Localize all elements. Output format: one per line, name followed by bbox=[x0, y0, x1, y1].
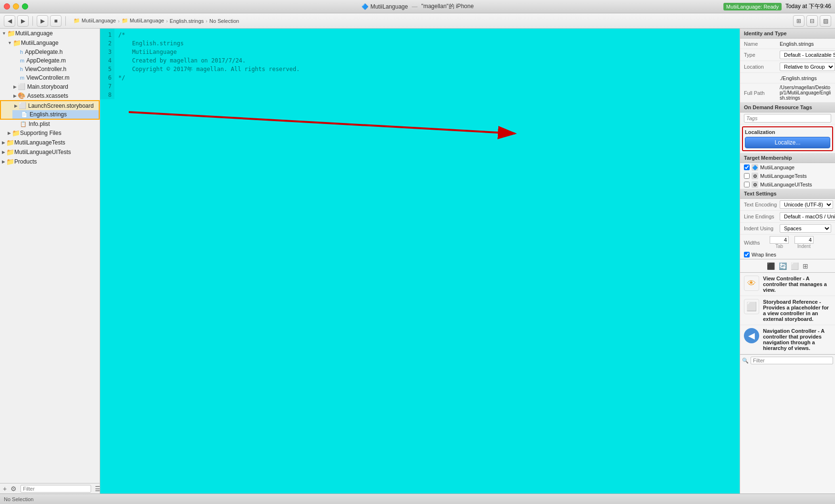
fullpath-row: Full Path /Users/magellan/Desktop/1/Muti… bbox=[740, 83, 835, 103]
toolbar-divider bbox=[32, 16, 33, 26]
maximize-button[interactable] bbox=[22, 3, 28, 10]
statusbar: No Selection bbox=[0, 494, 835, 504]
app-name-label: MutiiLanguage bbox=[371, 3, 408, 10]
run-button[interactable]: ▶ bbox=[37, 15, 48, 27]
vc-title: View Controller - A controller that mana… bbox=[763, 276, 831, 293]
indent-label-2: Indent bbox=[797, 244, 811, 249]
lib-next-btn[interactable]: ⬜ bbox=[791, 262, 799, 270]
back-button[interactable]: ◀ bbox=[4, 15, 15, 27]
sidebar-item-appdelegate-h[interactable]: h AppDelegate.h bbox=[11, 48, 100, 56]
show-list-button[interactable]: ☰ bbox=[95, 485, 100, 493]
editor-area[interactable]: 1 2 3 4 5 6 7 8 /* English.strings Mutii… bbox=[100, 29, 740, 494]
line-endings-select[interactable]: Default - macOS / Unix (LF) bbox=[780, 212, 835, 221]
library-item-nav-controller: ◀ Navigation Controller - A controller t… bbox=[740, 325, 835, 354]
target-checkbox-1[interactable] bbox=[744, 165, 750, 170]
sidebar-item-main-storyboard[interactable]: ▶ ⬜ Main.storyboard bbox=[11, 82, 100, 91]
indent-label: Indent Using bbox=[744, 226, 780, 231]
sidebar-item-supporting[interactable]: ▶ 📁 Supporting Files bbox=[6, 128, 100, 138]
library-item-viewcontroller: 👁 View Controller - A controller that ma… bbox=[740, 273, 835, 296]
indent-row: Indent Using Spaces bbox=[740, 223, 835, 235]
target-checkbox-2[interactable] bbox=[744, 173, 750, 179]
indent-select[interactable]: Spaces bbox=[780, 224, 831, 233]
sidebar-item-assets[interactable]: ▶ 🎨 Assets.xcassets bbox=[11, 91, 100, 100]
breadcrumb-item-3[interactable]: English.strings bbox=[170, 18, 204, 24]
breadcrumb-item-4[interactable]: No Selection bbox=[209, 18, 239, 24]
tags-input[interactable] bbox=[744, 114, 831, 123]
editor-mode-button[interactable]: ⊞ bbox=[793, 15, 804, 27]
fullpath-label: Full Path bbox=[744, 90, 780, 96]
fullpath-value: /Users/magellan/Desktop/1/MutiiLanguage/… bbox=[780, 85, 831, 101]
location-row: Location Relative to Group bbox=[740, 61, 835, 73]
sidebar-products-label: Products bbox=[14, 158, 37, 165]
close-button[interactable] bbox=[4, 3, 10, 10]
type-label: Type bbox=[744, 52, 780, 58]
sidebar-item-launchscreen[interactable]: ▶ ⬜ LaunchScreen.storyboard bbox=[12, 101, 99, 110]
sidebar-item-tests[interactable]: ▶ 📁 MutiiLanguageTests bbox=[0, 138, 100, 147]
path-value: ./English.strings bbox=[780, 75, 831, 81]
sidebar-item-products[interactable]: ▶ 📁 Products bbox=[0, 157, 100, 166]
inspector-button[interactable]: ▨ bbox=[820, 15, 831, 27]
time-label: Today at 下午9:46 bbox=[785, 2, 831, 10]
sidebar-item-root[interactable]: ▼ 📁 MutiiLanguage bbox=[0, 29, 100, 38]
location-select[interactable]: Relative to Group bbox=[780, 62, 835, 71]
localization-section: Localization Localize... bbox=[742, 126, 833, 151]
sidebar-file-label: Main.storyboard bbox=[27, 83, 68, 90]
path-row: ./English.strings bbox=[740, 73, 835, 83]
sidebar-item-viewcontroller-m[interactable]: m ViewController.m bbox=[11, 73, 100, 82]
tab-width-input[interactable] bbox=[770, 236, 789, 244]
status-badge: MutiiLanguage: Ready bbox=[723, 3, 782, 10]
library-filter-input[interactable] bbox=[751, 357, 833, 364]
localize-button[interactable]: Localize... bbox=[745, 137, 830, 148]
lib-grid-btn[interactable]: ⊞ bbox=[803, 262, 808, 270]
wrap-row: Wrap lines bbox=[740, 250, 835, 259]
lib-refresh-btn[interactable]: 🔄 bbox=[779, 262, 787, 270]
wrap-checkbox[interactable] bbox=[744, 252, 750, 257]
sidebar-uitests-label: MutiiLanguageUITests bbox=[14, 149, 71, 155]
minimize-button[interactable] bbox=[13, 3, 19, 10]
strings-icon: 📄 bbox=[21, 112, 28, 118]
sidebar-strings-label: English.strings bbox=[30, 111, 67, 118]
sidebar-item-uitests[interactable]: ▶ 📁 MutiiLanguageUITests bbox=[0, 147, 100, 157]
titlebar-center: 🔷 MutiiLanguage — "magellan"的 iPhone bbox=[361, 2, 474, 10]
breadcrumb-item-1[interactable]: 📁 MutiiLanguage bbox=[73, 18, 116, 24]
sidebar-item-mutii[interactable]: ▼ 📁 MutiiLanguage bbox=[6, 38, 100, 48]
indent-width-input[interactable] bbox=[794, 236, 814, 244]
code-line-2: English.strings bbox=[118, 39, 736, 48]
tab-label: Tab bbox=[775, 244, 783, 249]
separator: — bbox=[412, 3, 417, 10]
assets-icon: 🎨 bbox=[18, 92, 25, 99]
type-select[interactable]: Default - Localizable Strin… bbox=[780, 51, 835, 59]
encoding-select[interactable]: Unicode (UTF-8) bbox=[780, 200, 833, 209]
folder-icon: 📁 bbox=[7, 30, 15, 37]
sidebar-item-infoplist[interactable]: 📋 Info.plist bbox=[11, 120, 100, 128]
sidebar-item-viewcontroller-h[interactable]: h ViewController.h bbox=[11, 65, 100, 73]
identity-section-title: Identity and Type bbox=[740, 29, 835, 39]
sb-text: Storyboard Reference - Provides a placeh… bbox=[763, 299, 831, 322]
layout-button[interactable]: ⊟ bbox=[806, 15, 818, 27]
sidebar-supporting-label: Supporting Files bbox=[20, 130, 62, 136]
lib-prev-btn[interactable]: ⬛ bbox=[767, 262, 775, 270]
sidebar-item-appdelegate-m[interactable]: m AppDelegate.m bbox=[11, 56, 100, 65]
widths-label: Widths bbox=[744, 240, 768, 246]
forward-button[interactable]: ▶ bbox=[17, 15, 29, 27]
code-editor[interactable]: /* English.strings MutiiLanguage Created… bbox=[114, 29, 740, 494]
breadcrumb: 📁 MutiiLanguage › 📁 MutiiLanguage › Engl… bbox=[73, 18, 239, 24]
target-checkbox-3[interactable] bbox=[744, 182, 750, 187]
titlebar: 🔷 MutiiLanguage — "magellan"的 iPhone Mut… bbox=[0, 0, 835, 13]
vc-icon: 👁 bbox=[744, 276, 759, 291]
sidebar-item-english-strings[interactable]: 📄 English.strings bbox=[12, 110, 99, 119]
sidebar-footer: + ⚙ ☰ ⊞ bbox=[0, 483, 100, 494]
add-file-button[interactable]: + bbox=[3, 485, 7, 493]
file-icon: h bbox=[20, 49, 23, 55]
sidebar-filter-input[interactable] bbox=[21, 485, 91, 493]
main-layout: ▼ 📁 MutiiLanguage ▼ 📁 MutiiLanguage h Ap… bbox=[0, 29, 835, 494]
target-label-1: MutiiLanguage bbox=[760, 165, 794, 170]
target-icon-1: 🔷 bbox=[752, 164, 758, 171]
sidebar-item-launchscreen-wrapper: ▶ ⬜ LaunchScreen.storyboard 📄 English.st… bbox=[0, 100, 100, 120]
target-label-2: MutiiLanguageTests bbox=[760, 173, 807, 179]
stop-button[interactable]: ■ bbox=[50, 15, 62, 27]
code-line-7: */ bbox=[118, 73, 736, 82]
breadcrumb-item-2[interactable]: 📁 MutiiLanguage bbox=[122, 18, 164, 24]
storyboard-icon: ⬜ bbox=[18, 83, 25, 90]
sidebar: ▼ 📁 MutiiLanguage ▼ 📁 MutiiLanguage h Ap… bbox=[0, 29, 100, 494]
